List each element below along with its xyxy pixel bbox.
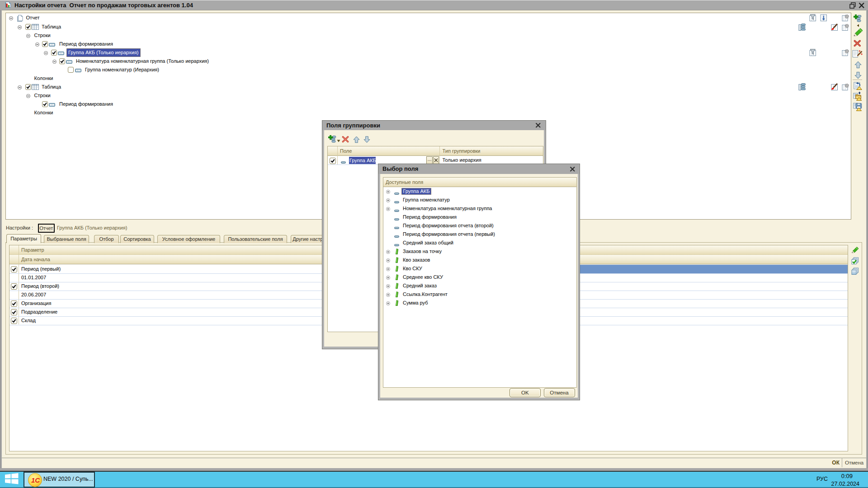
svg-text:1С: 1С: [31, 476, 40, 484]
